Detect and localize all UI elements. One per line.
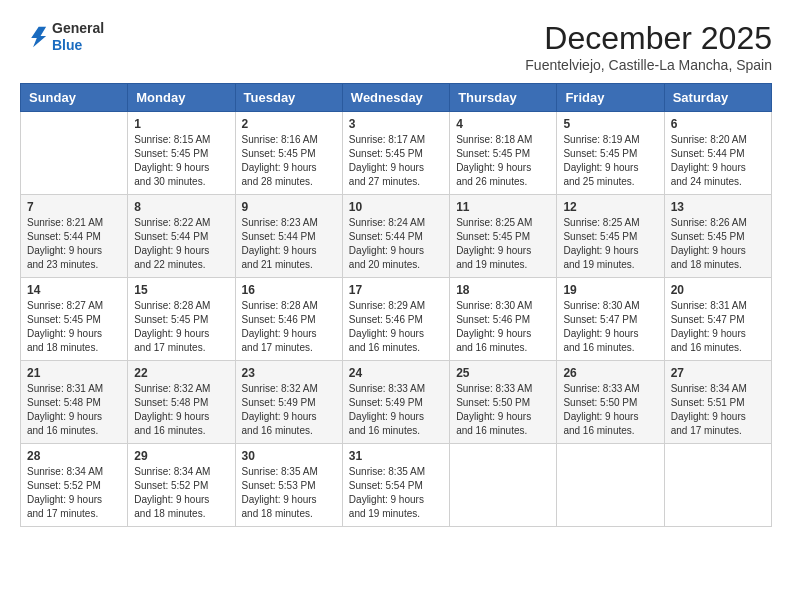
calendar-cell [21, 112, 128, 195]
header: General Blue December 2025 Fuentelviejo,… [20, 20, 772, 73]
calendar-cell: 20Sunrise: 8:31 AM Sunset: 5:47 PM Dayli… [664, 278, 771, 361]
calendar-week-row: 7Sunrise: 8:21 AM Sunset: 5:44 PM Daylig… [21, 195, 772, 278]
calendar-cell: 31Sunrise: 8:35 AM Sunset: 5:54 PM Dayli… [342, 444, 449, 527]
day-number: 15 [134, 283, 228, 297]
day-number: 5 [563, 117, 657, 131]
calendar-cell: 16Sunrise: 8:28 AM Sunset: 5:46 PM Dayli… [235, 278, 342, 361]
logo-icon [20, 23, 48, 51]
day-info: Sunrise: 8:22 AM Sunset: 5:44 PM Dayligh… [134, 216, 228, 272]
day-number: 6 [671, 117, 765, 131]
day-number: 19 [563, 283, 657, 297]
day-number: 9 [242, 200, 336, 214]
calendar-week-row: 21Sunrise: 8:31 AM Sunset: 5:48 PM Dayli… [21, 361, 772, 444]
day-number: 16 [242, 283, 336, 297]
calendar-cell: 7Sunrise: 8:21 AM Sunset: 5:44 PM Daylig… [21, 195, 128, 278]
calendar-cell [664, 444, 771, 527]
calendar-cell: 5Sunrise: 8:19 AM Sunset: 5:45 PM Daylig… [557, 112, 664, 195]
day-info: Sunrise: 8:25 AM Sunset: 5:45 PM Dayligh… [563, 216, 657, 272]
day-info: Sunrise: 8:15 AM Sunset: 5:45 PM Dayligh… [134, 133, 228, 189]
day-info: Sunrise: 8:34 AM Sunset: 5:52 PM Dayligh… [134, 465, 228, 521]
svg-marker-0 [31, 27, 46, 48]
day-info: Sunrise: 8:21 AM Sunset: 5:44 PM Dayligh… [27, 216, 121, 272]
day-info: Sunrise: 8:16 AM Sunset: 5:45 PM Dayligh… [242, 133, 336, 189]
logo-text: General Blue [52, 20, 104, 54]
day-number: 4 [456, 117, 550, 131]
logo-general-text: General [52, 20, 104, 37]
weekday-header-row: SundayMondayTuesdayWednesdayThursdayFrid… [21, 84, 772, 112]
day-info: Sunrise: 8:26 AM Sunset: 5:45 PM Dayligh… [671, 216, 765, 272]
logo: General Blue [20, 20, 104, 54]
day-number: 27 [671, 366, 765, 380]
calendar-cell: 19Sunrise: 8:30 AM Sunset: 5:47 PM Dayli… [557, 278, 664, 361]
day-number: 3 [349, 117, 443, 131]
month-title: December 2025 [525, 20, 772, 57]
day-info: Sunrise: 8:30 AM Sunset: 5:47 PM Dayligh… [563, 299, 657, 355]
day-number: 11 [456, 200, 550, 214]
weekday-header-thursday: Thursday [450, 84, 557, 112]
calendar-cell: 9Sunrise: 8:23 AM Sunset: 5:44 PM Daylig… [235, 195, 342, 278]
day-info: Sunrise: 8:35 AM Sunset: 5:53 PM Dayligh… [242, 465, 336, 521]
day-info: Sunrise: 8:33 AM Sunset: 5:50 PM Dayligh… [456, 382, 550, 438]
calendar-cell: 24Sunrise: 8:33 AM Sunset: 5:49 PM Dayli… [342, 361, 449, 444]
weekday-header-tuesday: Tuesday [235, 84, 342, 112]
day-info: Sunrise: 8:34 AM Sunset: 5:51 PM Dayligh… [671, 382, 765, 438]
calendar-cell: 25Sunrise: 8:33 AM Sunset: 5:50 PM Dayli… [450, 361, 557, 444]
day-info: Sunrise: 8:31 AM Sunset: 5:47 PM Dayligh… [671, 299, 765, 355]
calendar-cell: 3Sunrise: 8:17 AM Sunset: 5:45 PM Daylig… [342, 112, 449, 195]
calendar-cell: 15Sunrise: 8:28 AM Sunset: 5:45 PM Dayli… [128, 278, 235, 361]
day-number: 7 [27, 200, 121, 214]
calendar-cell: 10Sunrise: 8:24 AM Sunset: 5:44 PM Dayli… [342, 195, 449, 278]
calendar-cell: 6Sunrise: 8:20 AM Sunset: 5:44 PM Daylig… [664, 112, 771, 195]
calendar-cell: 29Sunrise: 8:34 AM Sunset: 5:52 PM Dayli… [128, 444, 235, 527]
day-number: 8 [134, 200, 228, 214]
logo-blue-text: Blue [52, 37, 104, 54]
day-number: 25 [456, 366, 550, 380]
title-area: December 2025 Fuentelviejo, Castille-La … [525, 20, 772, 73]
day-info: Sunrise: 8:28 AM Sunset: 5:45 PM Dayligh… [134, 299, 228, 355]
calendar-cell: 18Sunrise: 8:30 AM Sunset: 5:46 PM Dayli… [450, 278, 557, 361]
day-number: 26 [563, 366, 657, 380]
day-number: 10 [349, 200, 443, 214]
day-number: 21 [27, 366, 121, 380]
day-info: Sunrise: 8:17 AM Sunset: 5:45 PM Dayligh… [349, 133, 443, 189]
day-info: Sunrise: 8:20 AM Sunset: 5:44 PM Dayligh… [671, 133, 765, 189]
calendar-week-row: 1Sunrise: 8:15 AM Sunset: 5:45 PM Daylig… [21, 112, 772, 195]
calendar-cell: 17Sunrise: 8:29 AM Sunset: 5:46 PM Dayli… [342, 278, 449, 361]
day-number: 12 [563, 200, 657, 214]
calendar-cell: 4Sunrise: 8:18 AM Sunset: 5:45 PM Daylig… [450, 112, 557, 195]
calendar-cell: 27Sunrise: 8:34 AM Sunset: 5:51 PM Dayli… [664, 361, 771, 444]
calendar-cell: 2Sunrise: 8:16 AM Sunset: 5:45 PM Daylig… [235, 112, 342, 195]
day-number: 20 [671, 283, 765, 297]
day-info: Sunrise: 8:19 AM Sunset: 5:45 PM Dayligh… [563, 133, 657, 189]
day-info: Sunrise: 8:23 AM Sunset: 5:44 PM Dayligh… [242, 216, 336, 272]
day-number: 24 [349, 366, 443, 380]
day-number: 1 [134, 117, 228, 131]
calendar-cell [557, 444, 664, 527]
day-number: 2 [242, 117, 336, 131]
calendar-cell [450, 444, 557, 527]
day-info: Sunrise: 8:29 AM Sunset: 5:46 PM Dayligh… [349, 299, 443, 355]
calendar-cell: 13Sunrise: 8:26 AM Sunset: 5:45 PM Dayli… [664, 195, 771, 278]
calendar-cell: 12Sunrise: 8:25 AM Sunset: 5:45 PM Dayli… [557, 195, 664, 278]
day-number: 23 [242, 366, 336, 380]
day-info: Sunrise: 8:33 AM Sunset: 5:49 PM Dayligh… [349, 382, 443, 438]
day-number: 28 [27, 449, 121, 463]
day-number: 18 [456, 283, 550, 297]
day-info: Sunrise: 8:31 AM Sunset: 5:48 PM Dayligh… [27, 382, 121, 438]
day-info: Sunrise: 8:18 AM Sunset: 5:45 PM Dayligh… [456, 133, 550, 189]
calendar-cell: 21Sunrise: 8:31 AM Sunset: 5:48 PM Dayli… [21, 361, 128, 444]
calendar-cell: 28Sunrise: 8:34 AM Sunset: 5:52 PM Dayli… [21, 444, 128, 527]
calendar-cell: 11Sunrise: 8:25 AM Sunset: 5:45 PM Dayli… [450, 195, 557, 278]
calendar-week-row: 28Sunrise: 8:34 AM Sunset: 5:52 PM Dayli… [21, 444, 772, 527]
calendar-cell: 8Sunrise: 8:22 AM Sunset: 5:44 PM Daylig… [128, 195, 235, 278]
calendar-table: SundayMondayTuesdayWednesdayThursdayFrid… [20, 83, 772, 527]
calendar-cell: 14Sunrise: 8:27 AM Sunset: 5:45 PM Dayli… [21, 278, 128, 361]
day-info: Sunrise: 8:35 AM Sunset: 5:54 PM Dayligh… [349, 465, 443, 521]
weekday-header-monday: Monday [128, 84, 235, 112]
calendar-cell: 23Sunrise: 8:32 AM Sunset: 5:49 PM Dayli… [235, 361, 342, 444]
weekday-header-wednesday: Wednesday [342, 84, 449, 112]
day-number: 14 [27, 283, 121, 297]
day-info: Sunrise: 8:32 AM Sunset: 5:49 PM Dayligh… [242, 382, 336, 438]
day-info: Sunrise: 8:27 AM Sunset: 5:45 PM Dayligh… [27, 299, 121, 355]
calendar-cell: 22Sunrise: 8:32 AM Sunset: 5:48 PM Dayli… [128, 361, 235, 444]
